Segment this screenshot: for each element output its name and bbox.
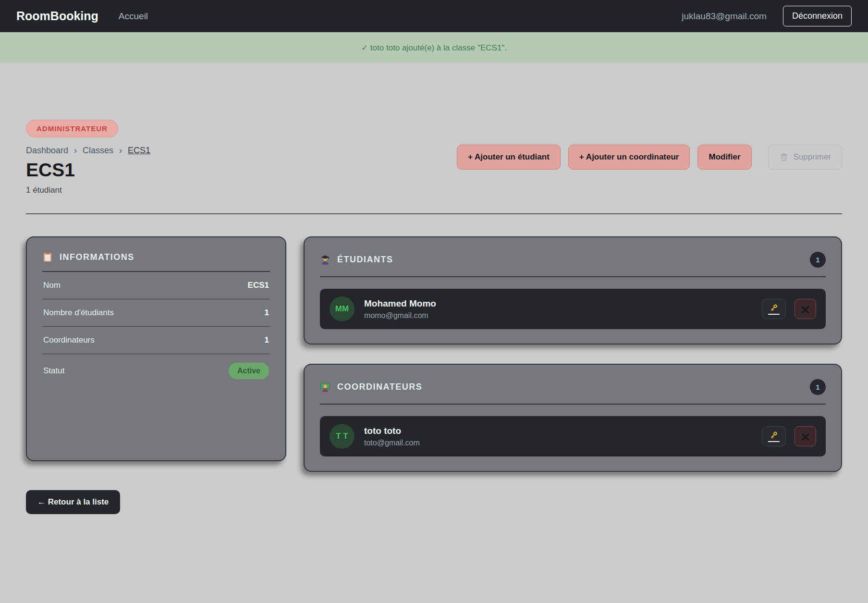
breadcrumb: Dashboard › Classes › ECS1 xyxy=(26,146,150,156)
delete-button-label: Supprimer xyxy=(794,152,831,162)
navbar-left: RoomBooking Accueil xyxy=(16,9,148,23)
page-header: ADMINISTRATEUR Dashboard › Classes › ECS… xyxy=(26,120,842,195)
info-value: 1 xyxy=(265,335,269,345)
coordinators-card: COORDINATEURS 1 T T toto toto toto@gmail… xyxy=(304,364,842,472)
student-email: momo@gmail.com xyxy=(364,311,436,320)
coordinator-avatar: T T xyxy=(330,424,355,449)
student-icon xyxy=(320,255,330,265)
student-name: Mohamed Momo xyxy=(364,298,436,309)
coordinators-card-header: COORDINATEURS 1 xyxy=(320,379,826,405)
info-value: 1 xyxy=(265,308,269,318)
coordinator-actions: × xyxy=(762,426,816,446)
role-badge: ADMINISTRATEUR xyxy=(26,120,118,137)
page-container: ADMINISTRATEUR Dashboard › Classes › ECS… xyxy=(0,120,868,514)
success-alert: ✓ toto toto ajouté(e) à la classe "ECS1"… xyxy=(0,32,868,63)
coordinator-email: toto@gmail.com xyxy=(364,439,420,447)
info-label: Nom xyxy=(43,281,61,290)
breadcrumb-separator: › xyxy=(119,146,122,156)
students-count-badge: 1 xyxy=(810,252,826,268)
remove-coordinator-button[interactable]: × xyxy=(795,426,816,446)
add-coordinator-button[interactable]: + Ajouter un coordinateur xyxy=(568,145,690,170)
right-column: ÉTUDIANTS 1 MM Mohamed Momo momo@gmail.c… xyxy=(304,236,842,472)
reset-password-button[interactable] xyxy=(762,426,786,446)
info-value: ECS1 xyxy=(248,281,269,290)
nav-item-accueil[interactable]: Accueil xyxy=(119,11,148,22)
key-underline xyxy=(768,314,780,315)
info-label: Coordinateurs xyxy=(43,335,95,345)
back-to-list-button[interactable]: ← Retour à la liste xyxy=(26,490,120,514)
info-row-statut: Statut Active xyxy=(42,354,270,388)
info-label: Nombre d'étudiants xyxy=(43,308,114,318)
key-icon xyxy=(769,431,779,441)
navbar-right: juklau83@gmail.com Déconnexion xyxy=(682,6,852,26)
info-row-nom: Nom ECS1 xyxy=(42,272,270,299)
edit-button[interactable]: Modifier xyxy=(697,145,751,170)
breadcrumb-dashboard[interactable]: Dashboard xyxy=(26,146,68,156)
top-navbar: RoomBooking Accueil juklau83@gmail.com D… xyxy=(0,0,868,32)
trash-icon xyxy=(779,152,789,162)
info-rows: Nom ECS1 Nombre d'étudiants 1 Coordinate… xyxy=(42,272,270,388)
informations-card-title: INFORMATIONS xyxy=(60,252,134,262)
info-label: Statut xyxy=(43,366,64,376)
coordinator-name: toto toto xyxy=(364,426,420,436)
student-actions: × xyxy=(762,299,816,319)
informations-card-header: INFORMATIONS xyxy=(42,252,270,272)
clipboard-icon xyxy=(42,252,53,262)
page-title: ECS1 xyxy=(26,160,150,181)
cards-row: INFORMATIONS Nom ECS1 Nombre d'étudiants… xyxy=(26,236,842,472)
breadcrumb-separator: › xyxy=(74,146,77,156)
status-badge: Active xyxy=(229,363,269,379)
close-icon: × xyxy=(800,303,811,316)
student-avatar: MM xyxy=(330,296,355,321)
key-underline xyxy=(768,441,780,442)
app-brand[interactable]: RoomBooking xyxy=(16,9,98,23)
teacher-icon xyxy=(320,382,330,393)
students-card-header: ÉTUDIANTS 1 xyxy=(320,252,826,277)
close-icon: × xyxy=(800,430,811,443)
delete-button[interactable]: Supprimer xyxy=(768,145,842,170)
breadcrumb-current[interactable]: ECS1 xyxy=(128,146,150,156)
header-divider xyxy=(26,213,842,214)
add-student-button[interactable]: + Ajouter un étudiant xyxy=(457,145,561,170)
coordinator-info: toto toto toto@gmail.com xyxy=(364,426,420,447)
header-actions: + Ajouter un étudiant + Ajouter un coord… xyxy=(457,145,842,170)
user-email: juklau83@gmail.com xyxy=(682,11,767,22)
student-row: MM Mohamed Momo momo@gmail.com xyxy=(320,289,826,329)
info-row-coordinateurs: Coordinateurs 1 xyxy=(42,327,270,354)
key-icon xyxy=(769,304,779,313)
info-row-nombre-etudiants: Nombre d'étudiants 1 xyxy=(42,299,270,327)
coordinators-count-badge: 1 xyxy=(810,379,826,395)
student-info: Mohamed Momo momo@gmail.com xyxy=(364,298,436,320)
remove-student-button[interactable]: × xyxy=(795,299,816,319)
success-alert-message: ✓ toto toto ajouté(e) à la classe "ECS1"… xyxy=(361,43,507,53)
coordinators-card-title: COORDINATEURS xyxy=(337,382,422,392)
students-card: ÉTUDIANTS 1 MM Mohamed Momo momo@gmail.c… xyxy=(304,236,842,345)
students-card-title: ÉTUDIANTS xyxy=(337,255,393,265)
informations-card: INFORMATIONS Nom ECS1 Nombre d'étudiants… xyxy=(26,236,286,461)
breadcrumb-classes[interactable]: Classes xyxy=(83,146,113,156)
coordinator-row: T T toto toto toto@gmail.com xyxy=(320,416,826,456)
header-left: ADMINISTRATEUR Dashboard › Classes › ECS… xyxy=(26,120,150,195)
student-count-subtitle: 1 étudiant xyxy=(26,185,150,195)
reset-password-button[interactable] xyxy=(762,299,786,319)
logout-button[interactable]: Déconnexion xyxy=(783,6,852,26)
